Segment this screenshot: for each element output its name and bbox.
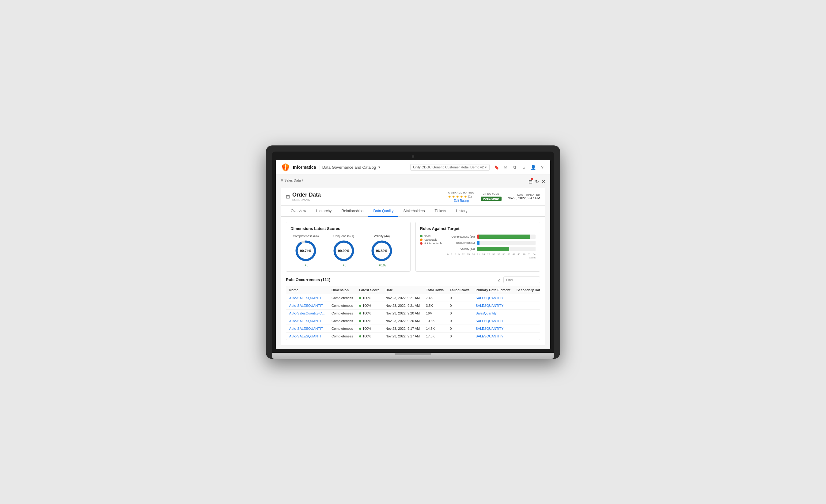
stars-row: ★ ★ ★ ★ ★ (1) (448, 195, 474, 199)
primary-element-link[interactable]: SALESQUANTITY (475, 334, 504, 338)
bar-uniqueness-blue (477, 241, 480, 245)
col-score: Latest Score (356, 286, 382, 294)
row-name-link[interactable]: Auto-SALESQUANTIT... (289, 304, 326, 307)
row-name-link[interactable]: Auto-SALESQUANTIT... (289, 296, 326, 300)
row-name-link[interactable]: Auto-SALESQUANTIT... (289, 334, 326, 338)
search-icon[interactable]: ⌕ (521, 165, 527, 170)
cell-name: Auto-SALESQUANTIT... (286, 294, 329, 302)
main-content: Dimensions Latest Scores Completeness (6… (281, 217, 545, 345)
env-selector[interactable]: Unity CDGC Generic Customer Retail Demo … (410, 164, 489, 171)
donut-validity-change: ↑+0.09 (366, 264, 397, 267)
table-row: Auto-SALESQUANTIT... Completeness 100% N… (286, 294, 540, 302)
asset-title-area: ⊟ Order Data SUBDOMAIN (286, 192, 321, 201)
panels-row: Dimensions Latest Scores Completeness (6… (286, 222, 540, 271)
star5-half: ★ (464, 195, 467, 199)
primary-element-link[interactable]: SALESQUANTITY (475, 327, 504, 330)
occurrences-section: Rule Occurrences (111) ⊿ Find (286, 276, 540, 340)
cell-score: 100% (356, 309, 382, 317)
cell-name: Auto-SALESQUANTIT... (286, 325, 329, 332)
mail-icon[interactable]: ✉ (503, 165, 509, 170)
tab-tickets[interactable]: Tickets (430, 206, 451, 217)
breadcrumb-link[interactable]: Sales Data (284, 179, 301, 182)
cell-dimension: Completeness (329, 325, 356, 332)
tab-hierarchy[interactable]: Hierarchy (311, 206, 337, 217)
donut-completeness-value: 90.74% (300, 249, 311, 253)
cell-primary-element: SALESQUANTITY (472, 317, 514, 325)
primary-element-link[interactable]: SALESQUANTITY (475, 304, 504, 307)
bar-validity-row: Validity (44) (447, 247, 536, 251)
rating-count: (1) (468, 195, 472, 198)
cell-failed-rows: 0 (447, 302, 472, 309)
cell-failed-rows: 0 (447, 325, 472, 332)
cell-dimension: Completeness (329, 332, 356, 340)
dimensions-title: Dimensions Latest Scores (290, 226, 406, 231)
table-row: Auto-SALESQUANTIT... Completeness 100% N… (286, 332, 540, 340)
row-name-link[interactable]: Auto-SALESQUANTIT... (289, 319, 326, 323)
donut-validity-value: 96.82% (376, 249, 387, 253)
window-controls: ⊟ ↻ ✕ (529, 179, 545, 185)
cell-name: Auto-SalesQuantity-C... (286, 309, 329, 317)
tab-stakeholders[interactable]: Stakeholders (398, 206, 429, 217)
title-dropdown-icon[interactable]: ▾ (378, 165, 380, 169)
cell-date: Nov 23, 2022, 9:17 AM (382, 332, 423, 340)
star2: ★ (452, 195, 455, 199)
cell-secondary-element (514, 332, 540, 340)
refresh-icon[interactable]: ↻ (535, 179, 539, 185)
rating-label: OVERALL RATING (448, 191, 474, 194)
primary-element-link[interactable]: SALESQUANTITY (475, 296, 504, 300)
row-name-link[interactable]: Auto-SALESQUANTIT... (289, 327, 326, 330)
cell-score: 100% (356, 332, 382, 340)
primary-element-link[interactable]: SALESQUANTITY (475, 319, 504, 323)
search-box[interactable]: Find (504, 276, 540, 283)
cell-date: Nov 23, 2022, 9:21 AM (382, 294, 423, 302)
cell-secondary-element (514, 309, 540, 317)
rules-panel: Rules Against Target Good (415, 222, 540, 271)
star4: ★ (460, 195, 463, 199)
donut-uniqueness-value: 99.99% (338, 249, 349, 253)
cell-total-rows: 16M (423, 309, 447, 317)
cell-dimension: Completeness (329, 317, 356, 325)
rules-title: Rules Against Target (420, 226, 536, 231)
cell-secondary-element (514, 317, 540, 325)
col-dimension: Dimension (329, 286, 356, 294)
edit-rating-btn[interactable]: Edit Rating (448, 199, 474, 202)
row-name-link[interactable]: Auto-SalesQuantity-C... (289, 311, 325, 315)
occurrences-controls: ⊿ Find (497, 276, 540, 283)
laptop-base (272, 353, 554, 359)
dimensions-panel: Dimensions Latest Scores Completeness (6… (286, 222, 411, 271)
table-row: Auto-SALESQUANTIT... Completeness 100% N… (286, 302, 540, 309)
informatica-logo (281, 162, 290, 172)
cell-failed-rows: 0 (447, 309, 472, 317)
bookmark-icon[interactable]: 🔖 (493, 165, 499, 170)
cell-primary-element: SALESQUANTITY (472, 325, 514, 332)
donut-validity-chart: 96.82% (371, 240, 393, 262)
brand-separator: | (318, 165, 319, 170)
tab-relationships[interactable]: Relationships (337, 206, 368, 217)
rules-content: Good Acceptable Not Accept (420, 235, 536, 259)
cell-date: Nov 23, 2022, 9:20 AM (382, 309, 423, 317)
user-icon[interactable]: 👤 (530, 165, 536, 170)
star3: ★ (456, 195, 459, 199)
cell-primary-element: SALESQUANTITY (472, 302, 514, 309)
tab-overview[interactable]: Overview (286, 206, 311, 217)
close-icon[interactable]: ✕ (541, 179, 545, 185)
help-icon[interactable]: ? (539, 165, 545, 170)
bar-uniqueness-row: Uniqueness (1) (447, 241, 536, 245)
filter-icon[interactable]: ⊿ (497, 277, 501, 282)
score-dot (359, 305, 361, 307)
col-failed-rows: Failed Rows (447, 286, 472, 294)
score-dot (359, 320, 361, 322)
tab-history[interactable]: History (451, 206, 472, 217)
table-body: Auto-SALESQUANTIT... Completeness 100% N… (286, 294, 540, 340)
primary-element-link[interactable]: SalesQuantity (475, 311, 496, 315)
donut-uniqueness-change: ↑+0 (329, 264, 359, 267)
donut-completeness-change: ↑+0 (290, 264, 321, 267)
app-brand: Informatica (293, 165, 316, 170)
occurrences-header: Rule Occurrences (111) ⊿ Find (286, 276, 540, 283)
donut-completeness-label: Completeness (66) (290, 235, 321, 238)
copy-icon[interactable]: ⧉ (512, 165, 518, 170)
content-area: ⊟ Sales Data / ⊟ ↻ ✕ (276, 175, 550, 349)
bar-uniqueness-track (477, 241, 536, 245)
col-primary-element: Primary Data Element (472, 286, 514, 294)
tab-data-quality[interactable]: Data Quality (368, 206, 398, 217)
